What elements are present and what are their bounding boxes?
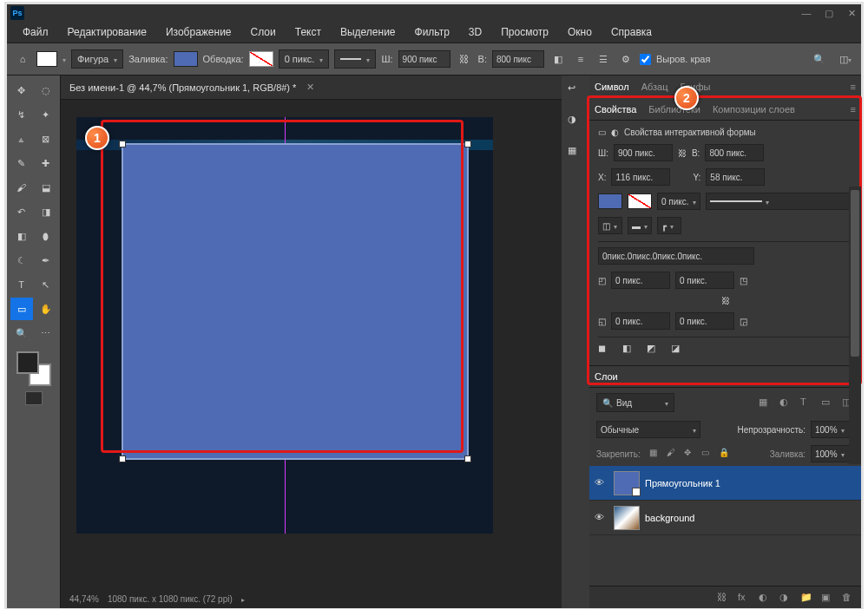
menu-view[interactable]: Просмотр <box>492 23 557 42</box>
history-panel-icon[interactable]: ↩ <box>568 82 583 98</box>
move-tool[interactable]: ✥ <box>10 79 33 102</box>
lock-pixels-icon[interactable]: ▦ <box>649 448 661 460</box>
menu-3d[interactable]: 3D <box>460 23 490 42</box>
eraser-tool[interactable]: ◨ <box>35 200 57 223</box>
panel-menu-icon[interactable]: ≡ <box>851 82 856 92</box>
mask-add-icon[interactable]: ◐ <box>759 592 771 604</box>
scrollbar[interactable] <box>849 187 861 464</box>
arrange-icon[interactable]: ☰ <box>595 50 612 68</box>
pathops-icon[interactable]: ◧ <box>549 50 567 68</box>
layer-name[interactable]: background <box>645 513 695 523</box>
close-icon[interactable]: ✕ <box>306 82 314 93</box>
heal-tool[interactable]: ✚ <box>35 152 57 174</box>
fill-swatch[interactable] <box>174 51 198 67</box>
dodge-tool[interactable]: ☾ <box>10 249 33 272</box>
height-input[interactable] <box>492 50 544 68</box>
opacity-input[interactable]: 100% <box>811 421 854 438</box>
shape-mode-select[interactable]: Фигура <box>71 49 123 69</box>
prop-stroke-swatch[interactable] <box>628 193 652 209</box>
blend-mode-select[interactable]: Обычные <box>596 421 700 438</box>
layer-row[interactable]: 👁 background <box>589 501 861 535</box>
menu-image[interactable]: Изображение <box>157 23 240 42</box>
fg-color-swatch[interactable] <box>16 351 39 374</box>
blur-tool[interactable]: ⬮ <box>35 225 57 247</box>
stroke-style-select[interactable] <box>334 49 376 69</box>
menu-file[interactable]: Файл <box>14 23 57 42</box>
handle-bl[interactable] <box>119 455 126 462</box>
width-input[interactable] <box>398 50 450 68</box>
close-button[interactable]: ✕ <box>845 7 858 19</box>
menu-select[interactable]: Выделение <box>332 23 404 42</box>
tool-preset-swatch[interactable] <box>36 51 57 67</box>
menu-window[interactable]: Окно <box>559 23 601 42</box>
fg-bg-swatch[interactable] <box>15 350 53 388</box>
history-brush-tool[interactable]: ↶ <box>10 200 33 223</box>
layer-thumb[interactable] <box>614 471 640 495</box>
adjustment-icon[interactable]: ◑ <box>779 592 792 604</box>
menu-layers[interactable]: Слои <box>242 23 285 42</box>
brush-tool[interactable]: 🖌 <box>10 176 33 199</box>
type-tool[interactable]: T <box>10 273 33 296</box>
new-layer-icon[interactable]: ▣ <box>821 592 833 604</box>
align-edges-checkbox[interactable] <box>640 54 651 65</box>
h-label: В: <box>478 54 487 64</box>
eye-icon[interactable]: 👁 <box>595 512 607 524</box>
search-icon[interactable]: 🔍 <box>811 50 828 68</box>
eye-icon[interactable]: 👁 <box>595 477 607 489</box>
lock-all-icon[interactable]: 🔒 <box>719 448 731 460</box>
hand-tool[interactable]: ✋ <box>35 298 57 320</box>
tab-paragraph[interactable]: Абзац <box>641 82 668 92</box>
menu-filter[interactable]: Фильтр <box>406 23 458 42</box>
pen-tool[interactable]: ✒ <box>35 249 57 272</box>
lock-artboard-icon[interactable]: ▭ <box>701 448 713 460</box>
gradient-tool[interactable]: ◧ <box>10 225 33 247</box>
wand-tool[interactable]: ✦ <box>35 103 57 126</box>
align-icon[interactable]: ≡ <box>572 50 589 68</box>
trash-icon[interactable]: 🗑 <box>842 592 854 604</box>
stroke-swatch[interactable] <box>249 51 273 67</box>
link-wh-icon[interactable]: ⛓ <box>456 50 473 68</box>
frame-tool[interactable]: ⊠ <box>35 128 57 150</box>
handle-br[interactable] <box>464 455 471 462</box>
eyedropper-tool[interactable]: ✎ <box>10 152 33 174</box>
rectangle-tool[interactable]: ▭ <box>10 298 33 320</box>
group-icon[interactable]: 📁 <box>800 592 812 604</box>
crop-tool[interactable]: ⟁ <box>10 128 33 150</box>
lock-paint-icon[interactable]: 🖌 <box>667 448 679 460</box>
workspace-icon[interactable]: ◫ <box>837 50 854 68</box>
minimize-button[interactable]: — <box>800 7 812 19</box>
menu-help[interactable]: Справка <box>602 23 661 42</box>
lasso-tool[interactable]: ↯ <box>10 103 33 126</box>
filter-type-icon[interactable]: T <box>800 396 812 409</box>
stamp-tool[interactable]: ⬓ <box>35 176 57 199</box>
align-edges-label: Выров. края <box>656 54 710 64</box>
fill-opacity-input[interactable]: 100% <box>811 445 854 462</box>
menu-edit[interactable]: Редактирование <box>59 23 155 42</box>
tab-symbol[interactable]: Символ <box>595 82 629 92</box>
maximize-button[interactable]: ▢ <box>823 7 835 19</box>
menu-text[interactable]: Текст <box>286 23 330 42</box>
link-layers-icon[interactable]: ⛓ <box>717 592 729 604</box>
zoom-tool[interactable]: 🔍 <box>10 322 33 344</box>
swatches-panel-icon[interactable]: ▦ <box>568 145 583 161</box>
stroke-size-select[interactable]: 0 пикс. <box>279 49 330 69</box>
layer-thumb[interactable] <box>614 506 640 530</box>
layer-name[interactable]: Прямоугольник 1 <box>645 478 720 488</box>
home-icon[interactable]: ⌂ <box>14 50 31 68</box>
filter-adjust-icon[interactable]: ◐ <box>779 396 792 409</box>
callout-1-box <box>101 120 464 453</box>
layer-filter-select[interactable]: 🔍 Вид <box>596 393 674 412</box>
filter-shape-icon[interactable]: ▭ <box>821 396 833 409</box>
layer-row[interactable]: 👁 Прямоугольник 1 <box>589 466 861 501</box>
quickmask-icon[interactable] <box>25 391 43 405</box>
gear-icon[interactable]: ⚙ <box>617 50 635 68</box>
fx-icon[interactable]: fx <box>738 592 750 604</box>
document-tab[interactable]: Без имени-1 @ 44,7% (Прямоугольник 1, RG… <box>61 75 562 100</box>
lock-position-icon[interactable]: ✥ <box>684 448 696 460</box>
path-select-tool[interactable]: ↖ <box>35 273 57 296</box>
more-tools[interactable]: ⋯ <box>35 322 57 344</box>
color-panel-icon[interactable]: ◑ <box>568 114 583 129</box>
filter-pixel-icon[interactable]: ▦ <box>759 396 771 409</box>
marquee-tool[interactable]: ◌ <box>35 79 57 102</box>
handle-tr[interactable] <box>464 141 471 147</box>
